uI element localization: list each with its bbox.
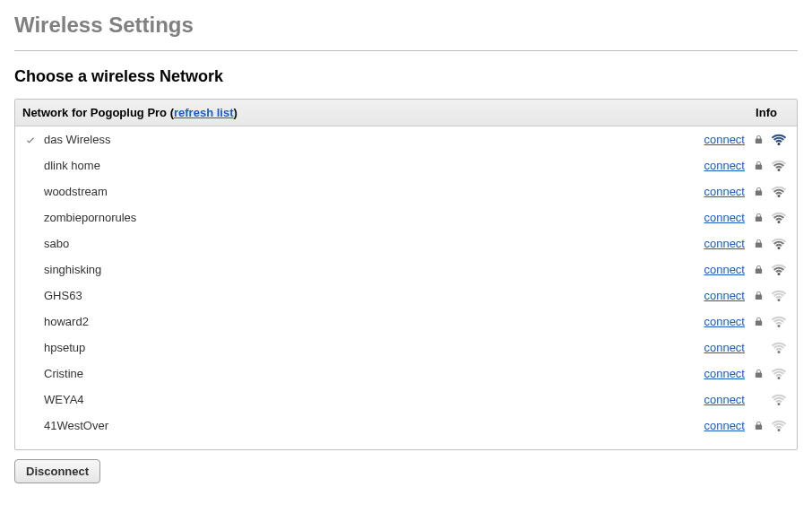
panel-header-left: Network for Pogoplug Pro (refresh list) bbox=[22, 106, 745, 119]
network-info bbox=[745, 160, 791, 172]
network-info bbox=[745, 212, 791, 224]
signal-slot bbox=[770, 238, 788, 250]
network-info bbox=[745, 420, 791, 432]
svg-point-6 bbox=[778, 299, 781, 301]
connect-link[interactable]: connect bbox=[704, 341, 745, 354]
network-row: GHS63connect bbox=[15, 283, 797, 309]
connect-link[interactable]: connect bbox=[704, 159, 745, 172]
panel-header: Network for Pogoplug Pro (refresh list) … bbox=[15, 100, 797, 126]
connect-link[interactable]: connect bbox=[704, 289, 745, 302]
wifi-icon bbox=[771, 368, 787, 380]
wifi-icon bbox=[771, 212, 787, 224]
lock-slot bbox=[752, 160, 764, 171]
svg-point-11 bbox=[778, 429, 781, 431]
lock-icon bbox=[754, 186, 764, 197]
network-info bbox=[745, 134, 791, 146]
lock-icon bbox=[754, 368, 764, 379]
signal-slot bbox=[770, 368, 788, 380]
network-info bbox=[745, 238, 791, 250]
disconnect-button[interactable]: Disconnect bbox=[14, 459, 100, 483]
svg-point-0 bbox=[778, 143, 781, 145]
connect-link[interactable]: connect bbox=[704, 185, 745, 198]
network-info bbox=[745, 394, 791, 406]
connect-link[interactable]: connect bbox=[704, 315, 745, 328]
lock-icon bbox=[754, 238, 764, 249]
network-row: 41WestOverconnect bbox=[15, 413, 797, 439]
connect-link[interactable]: connect bbox=[704, 393, 745, 406]
svg-point-8 bbox=[778, 351, 781, 353]
svg-point-9 bbox=[778, 377, 781, 379]
network-ssid: dlink home bbox=[40, 159, 682, 172]
info-column-label: Info bbox=[745, 106, 788, 119]
lock-slot bbox=[752, 186, 764, 197]
signal-slot bbox=[770, 264, 788, 276]
lock-slot bbox=[752, 316, 764, 327]
lock-icon bbox=[754, 420, 764, 431]
lock-icon bbox=[754, 264, 764, 275]
section-title: Choose a wireless Network bbox=[14, 67, 798, 86]
network-ssid: WEYA4 bbox=[40, 393, 682, 406]
svg-point-3 bbox=[778, 221, 781, 223]
signal-slot bbox=[770, 134, 788, 146]
network-ssid: Cristine bbox=[40, 367, 682, 380]
divider bbox=[14, 50, 798, 51]
network-row: singhiskingconnect bbox=[15, 256, 797, 283]
network-row: howard2connect bbox=[15, 309, 797, 335]
wifi-icon bbox=[771, 290, 787, 302]
svg-point-5 bbox=[778, 273, 781, 275]
refresh-link[interactable]: refresh list bbox=[174, 106, 233, 119]
network-ssid: howard2 bbox=[40, 315, 682, 328]
connect-link[interactable]: connect bbox=[704, 263, 745, 276]
network-row: hpsetupconnect bbox=[15, 335, 797, 361]
svg-point-2 bbox=[778, 195, 781, 197]
lock-icon bbox=[754, 212, 764, 223]
lock-slot bbox=[752, 212, 764, 223]
network-ssid: singhisking bbox=[40, 263, 682, 276]
networks-panel: Network for Pogoplug Pro (refresh list) … bbox=[14, 99, 798, 450]
connect-link[interactable]: connect bbox=[704, 237, 745, 250]
wifi-icon bbox=[771, 264, 787, 276]
network-row: zombiepornorulesconnect bbox=[15, 204, 797, 230]
panel-header-prefix: Network for Pogoplug Pro ( bbox=[22, 106, 174, 119]
network-row: dlink homeconnect bbox=[15, 152, 797, 178]
connect-link[interactable]: connect bbox=[704, 367, 745, 380]
page-title: Wireless Settings bbox=[14, 13, 798, 38]
network-ssid: zombiepornorules bbox=[40, 211, 682, 224]
wifi-icon bbox=[771, 134, 787, 146]
selected-indicator bbox=[21, 135, 40, 145]
wifi-icon bbox=[771, 342, 787, 354]
network-row: saboconnect bbox=[15, 230, 797, 256]
network-ssid: hpsetup bbox=[40, 341, 682, 354]
connect-link[interactable]: connect bbox=[704, 419, 745, 432]
panel-header-suffix: ) bbox=[233, 106, 237, 119]
lock-slot bbox=[752, 238, 764, 249]
networks-list[interactable]: das Wirelessconnectdlink homeconnectwood… bbox=[15, 126, 797, 449]
network-info bbox=[745, 316, 791, 328]
lock-slot bbox=[752, 368, 764, 379]
connect-link[interactable]: connect bbox=[704, 133, 745, 146]
signal-slot bbox=[770, 342, 788, 354]
lock-slot bbox=[752, 420, 764, 431]
lock-slot bbox=[752, 290, 764, 301]
check-icon bbox=[25, 135, 36, 145]
network-info bbox=[745, 342, 791, 354]
wifi-icon bbox=[771, 420, 787, 432]
lock-icon bbox=[754, 316, 764, 327]
lock-slot bbox=[752, 134, 764, 145]
signal-slot bbox=[770, 394, 788, 406]
network-ssid: 41WestOver bbox=[40, 419, 682, 432]
network-ssid: GHS63 bbox=[40, 289, 682, 302]
svg-point-4 bbox=[778, 247, 781, 249]
network-info bbox=[745, 290, 791, 302]
wifi-icon bbox=[771, 394, 787, 406]
svg-point-10 bbox=[778, 403, 781, 405]
svg-point-7 bbox=[778, 325, 781, 327]
signal-slot bbox=[770, 316, 788, 328]
connect-link[interactable]: connect bbox=[704, 211, 745, 224]
network-info bbox=[745, 368, 791, 380]
network-row: das Wirelessconnect bbox=[15, 126, 797, 152]
lock-icon bbox=[754, 160, 764, 171]
signal-slot bbox=[770, 186, 788, 198]
lock-icon bbox=[754, 134, 764, 145]
network-ssid: sabo bbox=[40, 237, 682, 250]
